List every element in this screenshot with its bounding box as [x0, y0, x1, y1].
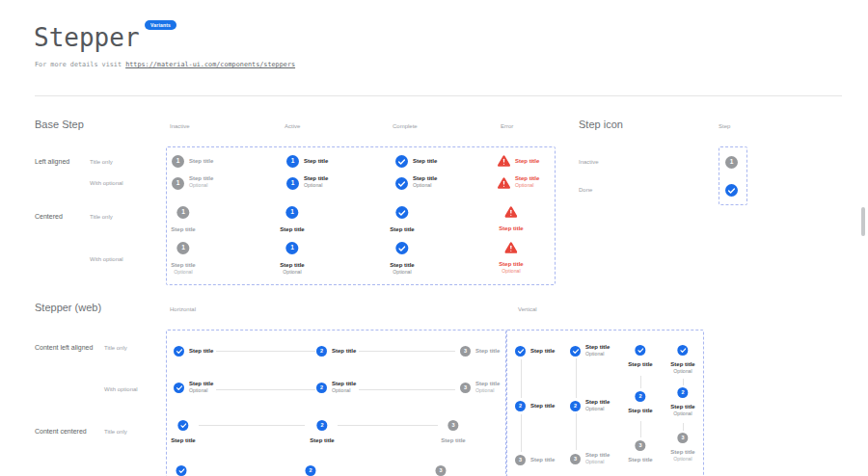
variant-label-title-only: Title only — [104, 345, 127, 351]
step-number-icon: 3 — [448, 420, 459, 431]
row-label-left-aligned: Left aligned — [35, 158, 69, 165]
variant-label-title-only: Title only — [90, 214, 113, 220]
step-optional: Optional — [673, 369, 692, 375]
step-title: Step title — [499, 261, 523, 268]
step-title: Step title — [475, 381, 500, 387]
connector-line — [683, 423, 684, 431]
step-active: 1 Step title Optional — [280, 242, 304, 276]
connector-line — [640, 376, 641, 388]
step-active: 1 Step titleOptional — [286, 175, 328, 190]
step-check-icon — [570, 346, 581, 357]
step-title: Step title — [280, 226, 304, 233]
step-title: Step title — [390, 262, 414, 269]
step-number-icon: 2 — [316, 383, 327, 393]
step-optional: Optional — [283, 270, 301, 276]
step-inactive: 3 Step titleOptional — [460, 381, 500, 394]
step-number-icon: 2 — [636, 391, 646, 402]
step-title: Step title — [585, 344, 610, 351]
step-title: Step title — [171, 226, 195, 233]
step-error: Step title — [498, 155, 539, 167]
step-inactive: 3 Step title — [515, 455, 555, 465]
step-check-icon — [178, 420, 189, 431]
step-title: Step title — [670, 404, 694, 410]
step-inactive: 1 Step title Optional — [171, 242, 195, 276]
step-check-icon — [636, 345, 646, 356]
connector-line — [338, 425, 438, 426]
step-active: 2 Step title — [515, 401, 555, 411]
step-complete: Step title Optional — [670, 345, 694, 375]
step-title: Step title — [530, 403, 555, 410]
step-title: Step title — [310, 437, 334, 444]
step-optional: Optional — [585, 407, 610, 412]
step-title: Step title — [189, 348, 213, 355]
step-title: Step title — [628, 408, 652, 414]
connector-line — [216, 389, 315, 390]
step-complete: Step title — [390, 206, 414, 233]
step-complete: Step title — [171, 420, 195, 444]
step-number-icon: 1 — [725, 156, 738, 169]
step-title: Step title — [628, 361, 652, 368]
connector-line — [359, 351, 455, 352]
step-active: 2 Step title Optional — [670, 387, 694, 417]
step-check-icon — [174, 383, 184, 393]
column-header-vertical: Vertical — [518, 306, 537, 312]
step-title: Step title — [670, 361, 694, 368]
step-complete: Step title — [515, 346, 555, 357]
step-title: Step title — [585, 399, 610, 406]
step-number-icon: 1 — [286, 177, 299, 190]
step-active: 1 Step title — [280, 206, 304, 233]
step-optional: Optional — [413, 183, 437, 189]
state-label-inactive: Inactive — [579, 159, 599, 165]
column-header-step: Step — [719, 123, 730, 129]
step-error: Step title — [499, 206, 523, 232]
step-optional: Optional — [502, 269, 520, 275]
step-optional: Optional — [673, 411, 692, 417]
step-active: 2 Step title — [628, 391, 652, 414]
step-active: 1 Step title — [286, 155, 328, 168]
step-optional: Optional — [393, 270, 411, 276]
variant-label-with-optional: With optional — [90, 180, 123, 186]
step-title: Step title — [171, 437, 195, 444]
step-active: 2 Step title — [316, 346, 356, 357]
step-inactive: 1 Step titleOptional — [172, 175, 213, 190]
step-title: Step title — [628, 457, 652, 463]
column-header-active: Active — [285, 123, 300, 129]
connector-line — [640, 421, 641, 437]
step-check-icon — [395, 155, 408, 168]
step-active: 2 — [306, 465, 316, 476]
step-optional: Optional — [174, 270, 192, 276]
step-inactive: 1 Step title — [172, 155, 213, 168]
step-title: Step title — [189, 158, 213, 165]
step-number-icon: 3 — [570, 454, 581, 464]
step-inactive: 3 Step title Optional — [670, 433, 694, 463]
step-title: Step title — [515, 175, 539, 182]
step-title: Step title — [171, 262, 195, 269]
error-warning-icon — [505, 242, 518, 253]
step-title: Step title — [304, 158, 328, 165]
error-warning-icon — [505, 206, 518, 218]
step-title: Step title — [441, 437, 465, 444]
column-header-complete: Complete — [393, 123, 418, 129]
step-active: 2 Step title — [310, 420, 334, 444]
step-check-icon — [174, 346, 184, 357]
step-number-icon: 3 — [460, 383, 471, 393]
step-title: Step title — [332, 348, 356, 355]
step-title: Step title — [670, 449, 694, 456]
error-warning-icon — [498, 155, 510, 167]
step-title: Step title — [499, 225, 523, 232]
step-title: Step title — [332, 381, 356, 387]
step-check-icon — [515, 346, 526, 357]
scrollbar-thumb[interactable] — [861, 207, 865, 236]
step-title: Step title — [413, 175, 437, 182]
column-header-inactive: Inactive — [170, 123, 190, 129]
step-active: 2 Step titleOptional — [570, 399, 610, 412]
step-number-icon: 3 — [636, 440, 646, 451]
material-ui-link[interactable]: https://material-ui.com/components/stepp… — [125, 61, 295, 68]
step-optional: Optional — [585, 352, 610, 357]
step-number-icon: 1 — [177, 242, 190, 254]
step-inactive: 3 — [436, 465, 447, 476]
connector-line — [683, 379, 684, 385]
step-optional: Optional — [189, 183, 213, 189]
subtitle-text: For more details visit — [35, 61, 125, 68]
step-check-icon — [725, 184, 738, 197]
